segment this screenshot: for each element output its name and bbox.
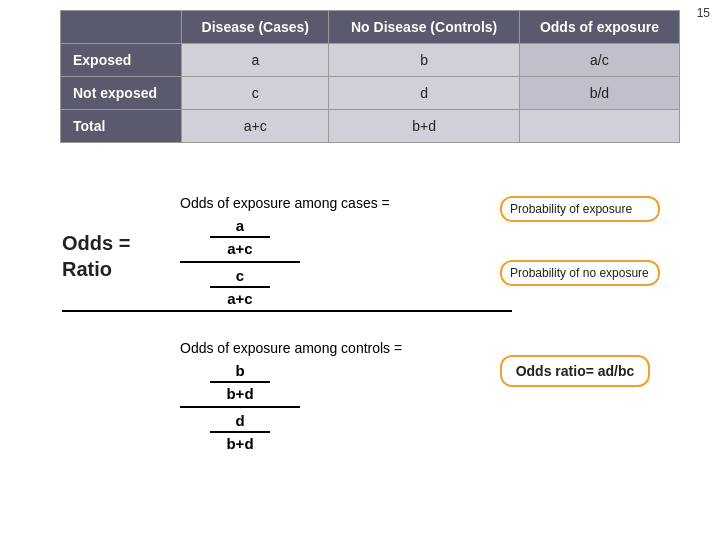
controls-block: Odds of exposure among controls = b b+d … xyxy=(180,340,402,452)
main-divider-line xyxy=(62,310,512,312)
prob-exposure-bubble: Probability of exposure xyxy=(500,196,660,222)
controls-num-d: d xyxy=(235,412,244,429)
cell-a: a xyxy=(182,44,329,77)
col-header-no-disease: No Disease (Controls) xyxy=(329,11,519,44)
cell-c: c xyxy=(182,77,329,110)
main-table: Disease (Cases) No Disease (Controls) Od… xyxy=(60,10,680,143)
table-row: Exposed a b a/c xyxy=(61,44,680,77)
cases-block: Odds of exposure among cases = a a+c c a… xyxy=(180,195,390,307)
table-wrapper: Disease (Cases) No Disease (Controls) Od… xyxy=(60,10,680,143)
cell-total-odds xyxy=(519,110,679,143)
odds-ratio-label: Odds = Ratio xyxy=(62,230,130,282)
page-number: 15 xyxy=(697,6,710,20)
cases-denom-aplusc-top: a+c xyxy=(227,240,252,257)
row-label-total: Total xyxy=(61,110,182,143)
cell-b-over-d: b/d xyxy=(519,77,679,110)
col-header-disease: Disease (Cases) xyxy=(182,11,329,44)
cases-denom-aplusc-bot: a+c xyxy=(227,290,252,307)
col-header-odds: Odds of exposure xyxy=(519,11,679,44)
cell-aplusc: a+c xyxy=(182,110,329,143)
cell-a-over-c: a/c xyxy=(519,44,679,77)
col-header-empty xyxy=(61,11,182,44)
table-row: Not exposed c d b/d xyxy=(61,77,680,110)
cases-label: Odds of exposure among cases = xyxy=(180,195,390,211)
prob-no-exposure-bubble: Probability of no exposure xyxy=(500,260,660,286)
table-row: Total a+c b+d xyxy=(61,110,680,143)
controls-num-b: b xyxy=(235,362,244,379)
row-label-exposed: Exposed xyxy=(61,44,182,77)
odds-ratio-result-bubble: Odds ratio= ad/bc xyxy=(500,355,650,387)
cell-bplusd: b+d xyxy=(329,110,519,143)
row-label-not-exposed: Not exposed xyxy=(61,77,182,110)
cases-num-c: c xyxy=(236,267,244,284)
controls-label: Odds of exposure among controls = xyxy=(180,340,402,356)
controls-denom-bplusd-bot: b+d xyxy=(226,435,253,452)
cell-b: b xyxy=(329,44,519,77)
cases-num-a: a xyxy=(236,217,244,234)
cell-d: d xyxy=(329,77,519,110)
controls-denom-bplusd-top: b+d xyxy=(226,385,253,402)
